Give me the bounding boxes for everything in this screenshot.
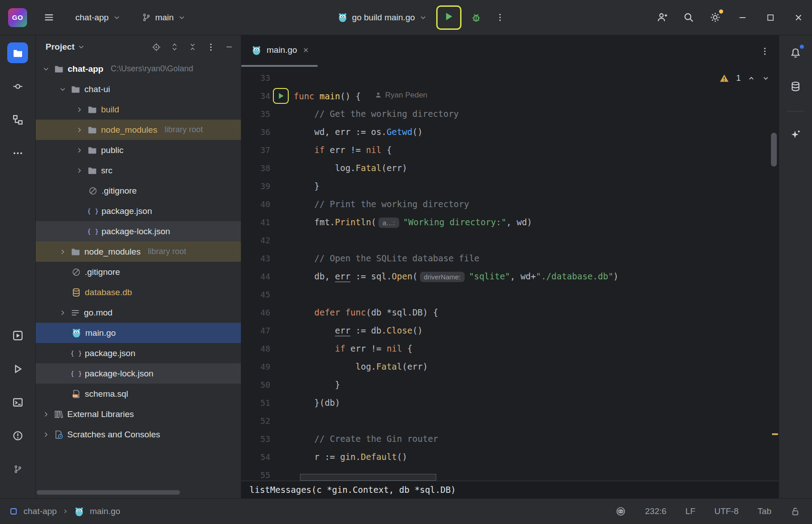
tree-item-go-mod[interactable]: go.mod (36, 302, 241, 323)
chevron-down-icon[interactable] (42, 65, 50, 73)
next-problem-icon[interactable] (762, 74, 770, 82)
main-menu-button[interactable] (39, 7, 59, 28)
tool-button-structure[interactable] (7, 109, 28, 130)
search-everywhere-button[interactable] (678, 7, 699, 28)
horizontal-scrollbar[interactable] (37, 490, 180, 495)
branch-selector[interactable]: main (137, 7, 190, 28)
tree-item-suffix: library root (148, 247, 186, 256)
tree-item-scratches-and-consoles[interactable]: Scratches and Consoles (36, 424, 241, 445)
chevron-right-icon[interactable] (75, 126, 83, 134)
code-line-45: 45 (241, 285, 779, 303)
more-run-actions-button[interactable] (491, 7, 509, 28)
editor-options-icon[interactable] (760, 46, 770, 56)
tree-item-package-lock-json[interactable]: { }package-lock.json (36, 363, 241, 384)
goland-window: GO chat-app main go build main.go (0, 0, 812, 524)
tree-item--gitignore[interactable]: .gitignore (36, 262, 241, 282)
expand-all-button[interactable] (170, 42, 179, 51)
tree-item-chat-app[interactable]: chat-appC:\Users\ryan0\Goland (36, 59, 241, 79)
code-editor[interactable]: 3334func main() {Ryan Peden35 // Get the… (241, 67, 779, 498)
tab-main-go[interactable]: main.go (241, 35, 318, 67)
tool-button-services[interactable] (7, 325, 28, 346)
editor-scrollbar[interactable] (771, 133, 777, 167)
breadcrumb-project[interactable]: chat-app (23, 506, 57, 516)
warning-stripe-mark[interactable] (772, 433, 778, 435)
tool-button-run[interactable] (7, 358, 28, 379)
tree-item-build[interactable]: build (36, 99, 241, 120)
chevron-down-icon[interactable] (59, 85, 67, 93)
tree-item-schema-sql[interactable]: SQLschema.sql (36, 384, 241, 404)
settings-update-badge (719, 9, 723, 14)
tree-item--gitignore[interactable]: .gitignore (36, 181, 241, 201)
run-config-selector[interactable]: go build main.go (333, 7, 431, 28)
tree-item-label: .gitignore (102, 186, 137, 196)
tool-button-database[interactable] (785, 76, 806, 97)
search-icon (683, 12, 694, 23)
tree-item-package-lock-json[interactable]: { }package-lock.json (36, 221, 241, 241)
tool-button-notifications[interactable] (785, 42, 806, 63)
tool-button-ai-assistant[interactable] (785, 124, 806, 145)
tree-item-label: public (101, 145, 124, 155)
json-icon: { } (88, 206, 98, 216)
copilot-icon[interactable] (615, 506, 626, 517)
tree-item-package-json[interactable]: { }package.json (36, 201, 241, 221)
tree-item-public[interactable]: public (36, 140, 241, 160)
panel-options-button[interactable] (206, 42, 216, 52)
tree-item-src[interactable]: src (36, 160, 241, 181)
file-encoding[interactable]: UTF-8 (715, 506, 739, 516)
code-line-53: 53 // Create the Gin router (241, 430, 779, 448)
inspections-widget[interactable]: 1 (719, 73, 770, 83)
select-opened-file-button[interactable] (152, 42, 161, 52)
close-button[interactable] (788, 7, 809, 28)
left-tool-window-bar (0, 35, 36, 498)
json-icon: { } (71, 348, 81, 358)
chevron-right-icon[interactable] (75, 167, 83, 175)
tree-item-label: External Libraries (67, 409, 134, 419)
tool-button-problems[interactable] (7, 425, 28, 446)
tree-item-external-libraries[interactable]: External Libraries (36, 404, 241, 424)
svg-text:{ }: { } (88, 208, 98, 215)
tree-item-node-modules[interactable]: node_moduleslibrary root (36, 120, 241, 140)
context-hint-bar: listMessages(c *gin.Context, db *sql.DB) (241, 481, 779, 498)
hide-panel-button[interactable] (225, 42, 234, 51)
caret-position[interactable]: 232:6 (645, 506, 667, 516)
project-selector[interactable]: chat-app (71, 7, 125, 28)
tree-item-chat-ui[interactable]: chat-ui (36, 79, 241, 99)
tool-button-commit[interactable] (7, 76, 28, 97)
terminal-icon (12, 397, 23, 408)
chevron-right-icon[interactable] (59, 248, 67, 256)
tool-button-version-control[interactable] (7, 459, 28, 479)
tree-item-node-modules[interactable]: node_moduleslibrary root (36, 241, 241, 262)
settings-button[interactable] (705, 7, 725, 28)
warning-icon (719, 73, 729, 83)
code-with-me-button[interactable] (652, 7, 672, 28)
tool-button-project[interactable] (7, 42, 28, 63)
tree-item-label: .gitignore (85, 267, 120, 277)
breadcrumb-file[interactable]: main.go (90, 506, 120, 516)
close-tab-icon[interactable] (302, 46, 309, 54)
chevron-right-icon[interactable] (75, 106, 83, 114)
tree-item-label: build (101, 105, 119, 115)
minimize-button[interactable] (732, 7, 753, 28)
tree-item-main-go[interactable]: main.go (36, 323, 241, 343)
tool-button-terminal[interactable] (7, 392, 28, 413)
chevron-right-icon[interactable] (59, 309, 67, 317)
tree-item-package-json[interactable]: { }package.json (36, 343, 241, 363)
chevron-right-icon[interactable] (42, 410, 50, 418)
line-separator[interactable]: LF (685, 506, 695, 516)
line-number: 43 (241, 254, 270, 263)
project-icon (9, 507, 18, 516)
run-button[interactable] (443, 11, 454, 24)
debug-button[interactable] (466, 7, 486, 28)
project-view-selector[interactable]: Project (46, 42, 85, 52)
tool-button-more-tool-windows[interactable] (7, 143, 28, 163)
previous-problem-icon[interactable] (747, 74, 755, 82)
indent-style[interactable]: Tab (757, 506, 771, 516)
tree-item-database-db[interactable]: database.db (36, 282, 241, 302)
maximize-button[interactable] (760, 7, 781, 28)
run-main-gutter-button[interactable] (273, 88, 289, 104)
collapse-all-button[interactable] (188, 42, 197, 51)
lock-icon[interactable] (790, 506, 800, 516)
branch-icon (13, 464, 23, 474)
chevron-right-icon[interactable] (75, 146, 83, 154)
chevron-right-icon[interactable] (42, 431, 50, 439)
